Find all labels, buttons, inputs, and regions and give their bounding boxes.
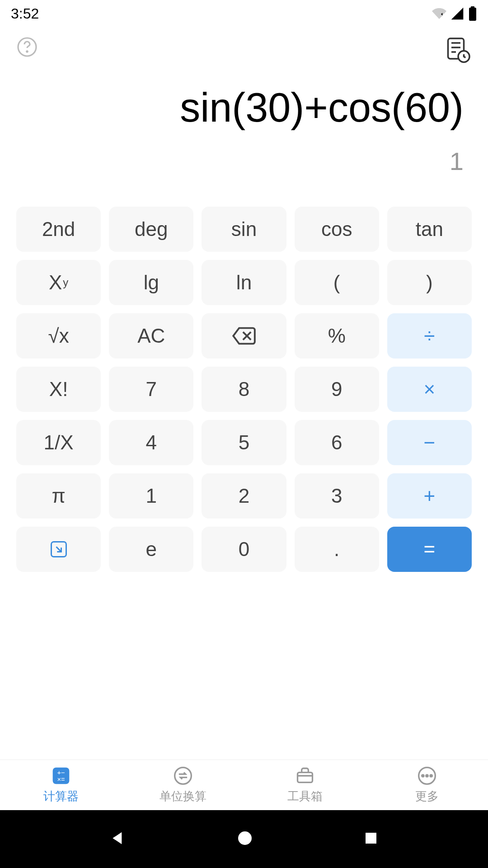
status-time: 3:52: [11, 5, 39, 22]
svg-rect-22: [366, 833, 376, 844]
nav-label: 更多: [415, 788, 439, 804]
key-sqrt[interactable]: √x: [16, 313, 101, 359]
svg-rect-16: [298, 773, 313, 783]
key-power[interactable]: Xy: [16, 260, 101, 305]
key-divide[interactable]: ÷: [387, 313, 472, 359]
key-lparen[interactable]: (: [295, 260, 379, 305]
key-backspace[interactable]: [202, 313, 286, 359]
display-area: sin(30)+cos(60) 1: [0, 83, 488, 176]
back-triangle-icon: [109, 829, 127, 847]
keypad: 2nd deg sin cos tan Xy lg ln ( ) √x AC %…: [0, 190, 488, 588]
key-multiply[interactable]: ×: [387, 367, 472, 412]
help-button[interactable]: [16, 36, 38, 60]
history-icon: [445, 36, 472, 63]
more-icon: [417, 766, 437, 786]
key-reciprocal[interactable]: 1/X: [16, 420, 101, 465]
key-collapse[interactable]: [16, 527, 101, 572]
svg-point-19: [426, 775, 428, 777]
key-8[interactable]: 8: [202, 367, 286, 412]
collapse-icon: [49, 539, 69, 559]
key-tan[interactable]: tan: [387, 207, 472, 252]
nav-unit[interactable]: 单位换算: [122, 760, 244, 810]
backspace-icon: [232, 327, 256, 345]
key-factorial[interactable]: X!: [16, 367, 101, 412]
nav-toolbox[interactable]: 工具箱: [244, 760, 366, 810]
svg-point-21: [238, 831, 252, 845]
key-2[interactable]: 2: [202, 473, 286, 519]
bottom-nav: +−×= 计算器 单位换算 工具箱 更多: [0, 760, 488, 810]
key-2nd[interactable]: 2nd: [16, 207, 101, 252]
key-7[interactable]: 7: [109, 367, 193, 412]
svg-point-18: [422, 775, 424, 777]
swap-icon: [173, 766, 193, 786]
nav-label: 单位换算: [160, 788, 206, 804]
wifi-off-icon: [432, 6, 446, 21]
status-icons: [432, 6, 477, 21]
key-e[interactable]: e: [109, 527, 193, 572]
key-plus[interactable]: +: [387, 473, 472, 519]
svg-rect-0: [469, 8, 476, 21]
key-4[interactable]: 4: [109, 420, 193, 465]
key-rparen[interactable]: ): [387, 260, 472, 305]
svg-text:+−: +−: [57, 769, 65, 776]
key-6[interactable]: 6: [295, 420, 379, 465]
svg-point-3: [27, 51, 28, 52]
header: [0, 27, 488, 72]
history-button[interactable]: [445, 36, 472, 65]
key-deg[interactable]: deg: [109, 207, 193, 252]
key-minus[interactable]: −: [387, 420, 472, 465]
key-ln[interactable]: ln: [202, 260, 286, 305]
expression-display: sin(30)+cos(60): [24, 83, 464, 132]
key-sin[interactable]: sin: [202, 207, 286, 252]
sys-home-button[interactable]: [236, 829, 254, 849]
nav-calculator[interactable]: +−×= 计算器: [0, 760, 122, 810]
help-icon: [16, 36, 38, 58]
recent-square-icon: [363, 830, 379, 846]
calculator-icon: +−×=: [51, 766, 71, 786]
toolbox-icon: [295, 766, 315, 786]
svg-point-20: [430, 775, 432, 777]
key-3[interactable]: 3: [295, 473, 379, 519]
key-ac[interactable]: AC: [109, 313, 193, 359]
nav-more[interactable]: 更多: [366, 760, 488, 810]
result-display: 1: [24, 146, 464, 176]
svg-rect-1: [471, 6, 474, 8]
battery-icon: [468, 6, 477, 21]
svg-text:×=: ×=: [57, 776, 65, 783]
key-cos[interactable]: cos: [295, 207, 379, 252]
system-nav: [0, 810, 488, 868]
svg-point-15: [175, 768, 192, 784]
key-equals[interactable]: =: [387, 527, 472, 572]
sys-recent-button[interactable]: [363, 830, 379, 848]
key-lg[interactable]: lg: [109, 260, 193, 305]
nav-label: 工具箱: [287, 788, 323, 804]
key-5[interactable]: 5: [202, 420, 286, 465]
key-pi[interactable]: π: [16, 473, 101, 519]
key-9[interactable]: 9: [295, 367, 379, 412]
key-1[interactable]: 1: [109, 473, 193, 519]
key-dot[interactable]: .: [295, 527, 379, 572]
sys-back-button[interactable]: [109, 829, 127, 849]
home-circle-icon: [236, 829, 254, 847]
signal-icon: [450, 6, 465, 21]
key-0[interactable]: 0: [202, 527, 286, 572]
nav-label: 计算器: [43, 788, 79, 804]
status-bar: 3:52: [0, 0, 488, 27]
key-percent[interactable]: %: [295, 313, 379, 359]
